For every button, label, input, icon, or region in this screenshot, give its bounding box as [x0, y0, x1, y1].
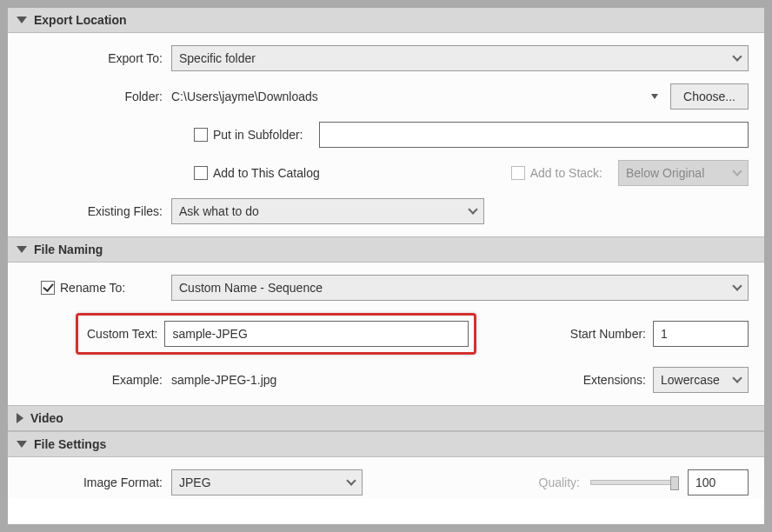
image-format-label: Image Format: — [23, 475, 171, 489]
section-title: File Settings — [34, 437, 106, 451]
folder-menu-icon[interactable] — [651, 94, 658, 99]
section-title: Export Location — [34, 13, 127, 27]
example-value: sample-JPEG-1.jpg — [171, 373, 276, 387]
put-in-subfolder-checkbox[interactable] — [194, 128, 208, 142]
start-number-input[interactable]: 1 — [653, 321, 749, 347]
existing-files-select[interactable]: Ask what to do — [171, 198, 484, 224]
existing-files-label: Existing Files: — [23, 204, 171, 218]
put-in-subfolder-label: Put in Subfolder: — [213, 128, 303, 142]
rename-to-checkbox[interactable] — [41, 281, 55, 295]
export-to-value: Specific folder — [179, 51, 256, 65]
subfolder-name-input[interactable] — [319, 122, 749, 148]
image-format-value: JPEG — [179, 475, 211, 489]
folder-path: C:\Users\jayme\Downloads — [171, 90, 651, 103]
folder-label: Folder: — [23, 90, 171, 103]
stack-position-select: Below Original — [618, 160, 749, 186]
disclosure-triangle-down-icon — [17, 441, 27, 448]
section-title: Video — [30, 411, 63, 425]
add-to-stack-checkbox — [511, 166, 525, 180]
custom-text-label: Custom Text: — [87, 327, 157, 341]
chevron-down-icon — [468, 204, 477, 214]
choose-button[interactable]: Choose... — [670, 83, 749, 110]
add-to-catalog-checkbox[interactable] — [194, 166, 208, 180]
chevron-down-icon — [732, 166, 742, 176]
extensions-select[interactable]: Lowercase — [653, 367, 749, 393]
quality-input[interactable]: 100 — [688, 469, 749, 495]
start-number-label: Start Number: — [570, 327, 646, 341]
start-number-value: 1 — [661, 327, 668, 341]
chevron-down-icon — [346, 475, 356, 485]
disclosure-triangle-down-icon — [17, 17, 27, 23]
extensions-value: Lowercase — [661, 373, 720, 387]
export-to-select[interactable]: Specific folder — [171, 45, 749, 71]
section-header-export-location[interactable]: Export Location — [8, 8, 764, 33]
section-title: File Naming — [34, 243, 103, 256]
rename-to-value: Custom Name - Sequence — [179, 281, 323, 295]
stack-position-value: Below Original — [626, 166, 704, 180]
export-to-label: Export To: — [23, 51, 171, 65]
disclosure-triangle-down-icon — [17, 246, 27, 253]
slider-thumb-icon[interactable] — [670, 476, 679, 490]
disclosure-triangle-right-icon — [17, 413, 23, 423]
custom-text-highlight: Custom Text: sample-JPEG — [76, 313, 476, 355]
section-header-file-settings[interactable]: File Settings — [8, 431, 764, 457]
example-label: Example: — [23, 373, 171, 387]
rename-to-label: Rename To: — [60, 281, 125, 295]
image-format-select[interactable]: JPEG — [171, 469, 363, 495]
section-header-file-naming[interactable]: File Naming — [8, 236, 764, 263]
quality-value: 100 — [695, 475, 715, 489]
custom-text-value: sample-JPEG — [172, 327, 247, 341]
existing-files-value: Ask what to do — [179, 204, 259, 218]
quality-slider[interactable] — [590, 480, 677, 485]
quality-label: Quality: — [539, 475, 580, 489]
add-to-catalog-label: Add to This Catalog — [213, 166, 320, 180]
section-body-file-naming: Rename To: Custom Name - Sequence Custom… — [8, 263, 764, 405]
section-body-export-location: Export To: Specific folder Folder: C:\Us… — [8, 33, 764, 236]
choose-button-label: Choose... — [683, 90, 735, 103]
chevron-down-icon — [732, 51, 742, 61]
chevron-down-icon — [732, 373, 742, 382]
chevron-down-icon — [732, 281, 742, 290]
rename-to-select[interactable]: Custom Name - Sequence — [171, 275, 749, 301]
section-body-file-settings: Image Format: JPEG Quality: 100 — [8, 457, 764, 499]
extensions-label: Extensions: — [583, 373, 646, 387]
add-to-stack-label: Add to Stack: — [530, 166, 602, 180]
section-header-video[interactable]: Video — [8, 405, 764, 431]
custom-text-input[interactable]: sample-JPEG — [164, 321, 469, 347]
